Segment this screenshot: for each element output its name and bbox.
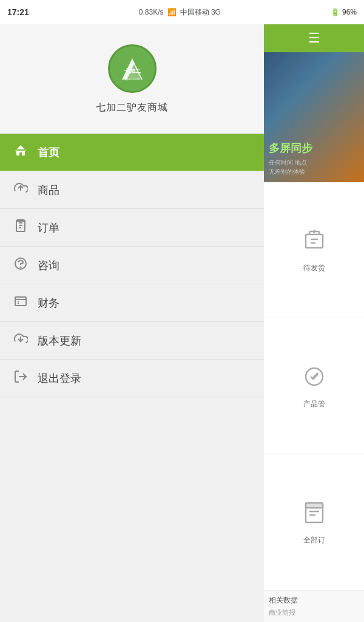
wifi-icon: 📶 [167,8,177,16]
nav-item-finance[interactable]: 财务 [0,284,264,322]
nav-item-consult[interactable]: 咨询 [0,247,264,284]
carrier: 中国移动 3G [180,7,221,18]
main-layout: 七加二 7jia2.com 七加二驴友商城 首页 [0,24,364,622]
logo-area: 七加二 7jia2.com 七加二驴友商城 [0,24,264,134]
product-mgr-icon [301,363,328,395]
nav-label-consult: 咨询 [38,258,59,273]
logo-text: 七加二驴友商城 [96,101,168,114]
quick-label-pending-ship: 待发货 [303,263,325,273]
banner-sub2: 无差别的体验 [269,167,359,176]
banner-title: 多屏同步 [269,141,359,156]
order-icon [12,219,29,237]
finance-icon [12,294,29,312]
nav-label-finance: 财务 [38,296,59,310]
nav-label-home: 首页 [38,145,59,160]
bottom-title: 相关数据 [269,595,359,606]
nav-item-products[interactable]: 商品 [0,171,264,209]
quick-label-all-orders: 全部订 [303,535,325,545]
nav-item-orders[interactable]: 订单 [0,209,264,247]
quick-access: 待发货 产品管 全 [264,182,364,590]
quick-label-product-mgr: 产品管 [303,399,325,409]
right-panel: ☰ 多屏同步 任何时间 地点 无差别的体验 [264,24,364,622]
banner-text: 多屏同步 任何时间 地点 无差别的体验 [264,135,364,182]
battery-icon: 🔋 [331,8,340,16]
nav-item-update[interactable]: 版本更新 [0,322,264,360]
svg-text:七加二: 七加二 [124,68,140,74]
nav-item-home[interactable]: 首页 [0,134,264,171]
network-speed: 0.83K/s [139,8,164,16]
banner: ☰ 多屏同步 任何时间 地点 无差别的体验 [264,24,364,182]
svg-rect-8 [15,297,26,306]
svg-text:7jia2.com: 7jia2.com [124,77,140,81]
banner-header: ☰ [264,24,364,52]
consult-icon [12,256,29,275]
nav-menu: 首页 商品 订单 [0,134,264,622]
nav-label-update: 版本更新 [38,333,81,348]
quick-item-product-mgr[interactable]: 产品管 [264,318,364,454]
nav-label-logout: 退出登录 [38,371,81,386]
update-icon [12,332,29,350]
logo-circle: 七加二 7jia2.com [108,44,157,93]
status-time: 17:21 [7,7,29,17]
logout-icon [12,369,29,388]
battery-level: 96% [342,8,357,16]
bottom-section: 相关数据 商业简报 [264,590,364,622]
quick-item-pending-ship[interactable]: 待发货 [264,182,364,318]
pending-ship-icon [301,227,328,259]
quick-item-all-orders[interactable]: 全部订 [264,454,364,590]
sidebar: 七加二 7jia2.com 七加二驴友商城 首页 [0,24,264,622]
svg-rect-14 [306,503,323,508]
status-right: 🔋 96% [331,8,357,16]
svg-rect-10 [306,234,323,248]
nav-item-logout[interactable]: 退出登录 [0,360,264,397]
home-icon [12,143,29,162]
bottom-sub: 商业简报 [269,608,359,617]
nav-label-products: 商品 [38,183,59,197]
svg-point-7 [21,267,21,267]
logo-svg: 七加二 7jia2.com [110,46,155,91]
status-center: 0.83K/s 📶 中国移动 3G [139,7,221,18]
cloud-upload-icon [12,181,29,199]
hamburger-icon[interactable]: ☰ [308,30,320,46]
status-bar: 17:21 0.83K/s 📶 中国移动 3G 🔋 96% [0,0,364,24]
banner-sub1: 任何时间 地点 [269,158,359,167]
nav-label-orders: 订单 [38,220,59,235]
all-orders-icon [301,499,328,531]
